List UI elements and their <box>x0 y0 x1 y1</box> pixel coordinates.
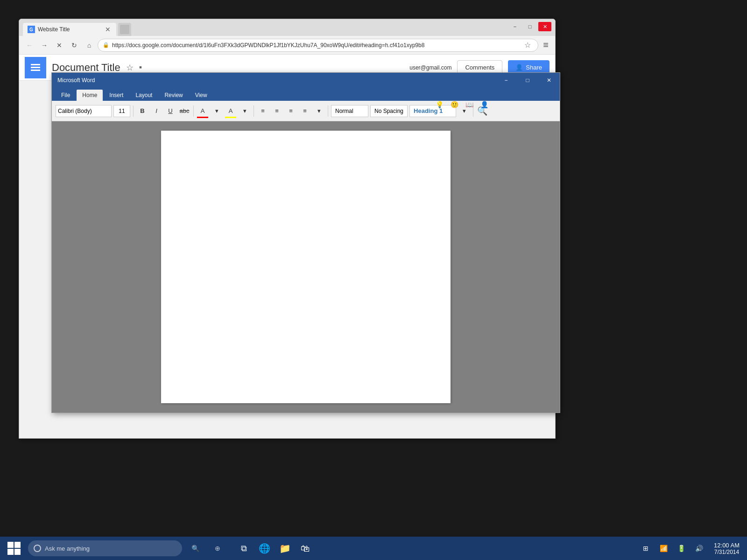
word-person-icon[interactable]: 👤 <box>479 99 490 110</box>
svg-rect-0 <box>7 542 14 548</box>
outdent-btn[interactable]: ≡ <box>299 105 311 117</box>
ribbon-tab-file[interactable]: File <box>56 90 76 101</box>
word-lightbulb-icon[interactable]: 💡 <box>434 99 445 110</box>
gdocs-star-icon[interactable]: ☆ <box>126 63 134 73</box>
gdocs-logo-line2 <box>31 67 40 68</box>
word-close-btn[interactable]: ✕ <box>538 73 560 88</box>
strikethrough-btn[interactable]: abc <box>178 105 190 117</box>
taskbar-search-circle-icon <box>34 545 41 552</box>
numbered-list-btn[interactable]: ≡ <box>271 105 283 117</box>
chrome-tab-title: Website Title <box>38 26 70 33</box>
nav-close-btn[interactable]: ✕ <box>53 39 66 52</box>
word-book-icon[interactable]: 📖 <box>464 99 475 110</box>
style-normal-selector[interactable]: Normal <box>331 105 368 117</box>
gdocs-folder-icon[interactable]: ▪ <box>139 63 142 72</box>
clock-time-text: 12:00 AM <box>714 542 740 549</box>
ribbon-tab-home[interactable]: Home <box>77 90 103 101</box>
ribbon-tab-insert[interactable]: Insert <box>104 90 129 101</box>
ribbon-tab-review[interactable]: Review <box>159 90 188 101</box>
font-color-dropdown-btn[interactable]: ▾ <box>211 105 223 117</box>
gdocs-share-label: Share <box>526 64 542 71</box>
word-titlebar: Microsoft Word − □ ✕ 💡 🙂 📖 👤 <box>52 73 560 88</box>
font-color-bar <box>197 117 208 118</box>
ribbon-tab-layout[interactable]: Layout <box>130 90 158 101</box>
highlight-btn[interactable]: A <box>225 105 237 117</box>
word-window-controls: − □ ✕ <box>495 73 560 88</box>
taskbar: Ask me anything 🔍 ⊕ ⧉ 🌐 📁 🛍 ⊞ 📶 🔋 🔊 12:0… <box>0 537 747 560</box>
chrome-maximize-btn[interactable]: □ <box>523 22 536 31</box>
taskbar-search2-icon[interactable]: ⊕ <box>208 538 227 559</box>
taskbar-multitask-icon[interactable]: ⧉ <box>234 538 253 559</box>
highlight-label: A <box>229 107 233 114</box>
nav-forward-btn[interactable]: → <box>38 39 51 52</box>
italic-btn[interactable]: I <box>150 105 162 117</box>
chrome-tab-close-btn[interactable]: ✕ <box>104 26 112 33</box>
nav-reload-btn[interactable]: ↻ <box>68 39 81 52</box>
chrome-minimize-btn[interactable]: − <box>508 22 521 31</box>
gdocs-logo-line1 <box>31 64 40 65</box>
desktop: G Website Title ✕ − □ ✕ ← → ✕ ↻ ⌂ 🔒 h <box>0 0 747 560</box>
taskbar-app-icons: ⧉ 🌐 📁 🛍 <box>234 538 315 559</box>
nav-back-btn[interactable]: ← <box>23 39 36 52</box>
taskbar-ie-icon[interactable]: 🌐 <box>255 538 274 559</box>
chrome-tab-favicon: G <box>28 26 35 33</box>
word-window: Microsoft Word − □ ✕ 💡 🙂 📖 👤 File Home I… <box>51 72 560 413</box>
style-no-spacing-selector[interactable]: No Spacing <box>370 105 408 117</box>
chrome-tab[interactable]: G Website Title ✕ <box>23 23 116 36</box>
svg-rect-2 <box>7 549 14 555</box>
chrome-new-tab-btn[interactable] <box>118 23 131 36</box>
start-button[interactable] <box>4 538 24 559</box>
taskbar-store-icon[interactable]: 🛍 <box>296 538 315 559</box>
word-document-area[interactable] <box>52 121 560 413</box>
address-bar[interactable]: 🔒 https://docs.google.com/document/d/1l6… <box>98 39 538 52</box>
svg-rect-3 <box>14 549 21 555</box>
word-ribbon-icons: 💡 🙂 📖 👤 <box>434 99 490 110</box>
taskbar-cortana-icon[interactable]: 🔍 <box>186 538 204 559</box>
gdocs-logo-btn[interactable] <box>25 57 46 78</box>
toolbar-divider-1 <box>133 105 134 117</box>
highlight-dropdown-btn[interactable]: ▾ <box>239 105 251 117</box>
chrome-close-btn[interactable]: ✕ <box>538 22 551 31</box>
url-text: https://docs.google.com/document/d/1l6uF… <box>112 42 519 49</box>
underline-btn[interactable]: U <box>164 105 176 117</box>
taskbar-explorer-icon[interactable]: 📁 <box>275 538 294 559</box>
gdocs-logo-lines <box>31 64 40 71</box>
windows-logo-icon <box>7 542 21 555</box>
indent-btn[interactable]: ≡ <box>285 105 297 117</box>
chrome-window-controls: − □ ✕ <box>508 22 551 31</box>
chrome-titlebar: G Website Title ✕ − □ ✕ <box>19 19 555 36</box>
highlight-bar <box>225 117 236 118</box>
toolbar-divider-2 <box>193 105 194 117</box>
taskbar-search-bar[interactable]: Ask me anything <box>28 540 182 556</box>
toolbar-divider-4 <box>328 105 328 117</box>
taskbar-right: ⊞ 📶 🔋 🔊 12:00 AM 7/31/2014 <box>638 538 743 559</box>
tray-taskview-icon[interactable]: ⊞ <box>638 538 653 559</box>
bookmark-star-icon[interactable]: ☆ <box>522 40 533 51</box>
font-color-btn[interactable]: A <box>197 105 209 117</box>
gdocs-document-title[interactable]: Document Title <box>52 62 120 74</box>
gdocs-user-email: user@gmail.com <box>409 64 451 71</box>
chrome-toolbar: ← → ✕ ↻ ⌂ 🔒 https://docs.google.com/docu… <box>19 36 555 55</box>
word-emoji-icon[interactable]: 🙂 <box>449 99 460 110</box>
bullet-list-btn[interactable]: ≡ <box>257 105 269 117</box>
word-page[interactable] <box>161 131 451 403</box>
tray-battery-icon[interactable]: 🔋 <box>674 538 689 559</box>
taskbar-search-text: Ask me anything <box>45 545 90 552</box>
word-title-text: Microsoft Word <box>57 77 95 84</box>
nav-home-btn[interactable]: ⌂ <box>83 39 96 52</box>
word-maximize-btn[interactable]: □ <box>517 73 538 88</box>
font-size-selector[interactable]: 11 <box>113 105 130 117</box>
tray-volume-icon[interactable]: 🔊 <box>691 538 706 559</box>
ribbon-tab-view[interactable]: View <box>190 90 213 101</box>
bold-btn[interactable]: B <box>136 105 148 117</box>
list-dropdown-btn[interactable]: ▾ <box>313 105 325 117</box>
tray-wifi-icon[interactable]: 📶 <box>656 538 671 559</box>
svg-rect-1 <box>14 542 21 548</box>
toolbar-divider-3 <box>254 105 254 117</box>
taskbar-clock[interactable]: 12:00 AM 7/31/2014 <box>710 538 743 559</box>
word-minimize-btn[interactable]: − <box>495 73 517 88</box>
gdocs-logo-line3 <box>31 70 40 71</box>
taskbar-tray: ⊞ 📶 🔋 🔊 <box>638 538 706 559</box>
font-selector[interactable]: Calibri (Body) <box>56 105 112 117</box>
chrome-menu-icon[interactable]: ≡ <box>540 40 551 51</box>
